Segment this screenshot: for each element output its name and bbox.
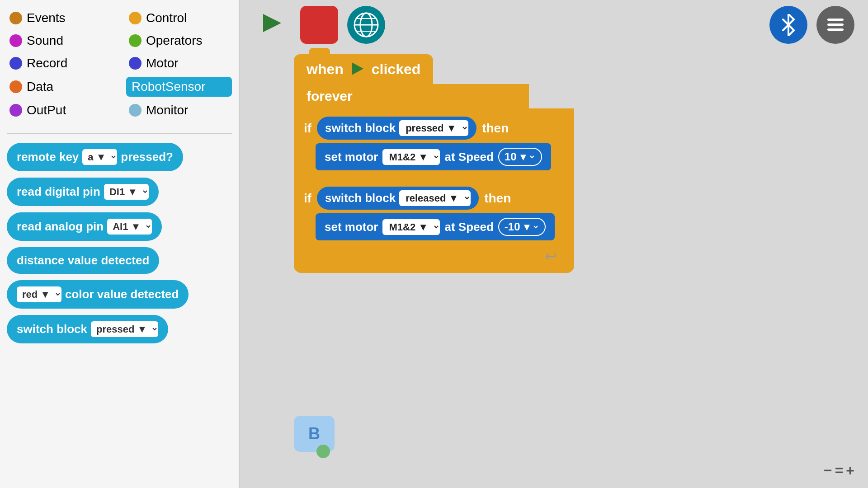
- zoom-out-button[interactable]: −: [824, 462, 832, 479]
- blocks-area: when clicked forever if switch block pre…: [294, 54, 574, 273]
- robotsensor-label: RobotSensor: [132, 80, 205, 94]
- sidebar-item-record[interactable]: Record: [7, 54, 113, 72]
- output-color-dot: [9, 104, 22, 117]
- record-color-dot: [9, 57, 22, 70]
- motor-block-2: set motor M1&2 ▼M1M2 at Speed -10 ▼: [316, 213, 555, 240]
- sidebar-item-control[interactable]: Control: [126, 9, 232, 27]
- if2-select[interactable]: released ▼pressed: [399, 190, 471, 206]
- zoom-in-button[interactable]: +: [846, 462, 854, 479]
- globe-icon: [353, 11, 380, 38]
- motor1-select[interactable]: M1&2 ▼M1M2: [382, 149, 440, 165]
- read-digital-block[interactable]: read digital pin DI1 ▼DI2DI3: [7, 178, 159, 206]
- if1-select[interactable]: pressed ▼released: [399, 120, 468, 136]
- sound-color-dot: [9, 34, 22, 47]
- read-digital-select[interactable]: DI1 ▼DI2DI3: [104, 184, 149, 200]
- operators-label: Operators: [146, 33, 203, 48]
- motor-label: Motor: [146, 56, 179, 70]
- if-block-2: if switch block released ▼pressed then: [302, 183, 566, 213]
- block-list: remote key a ▼bc pressed? read digital p…: [7, 143, 232, 343]
- green-flag-button[interactable]: [253, 6, 291, 44]
- if1-label: if: [304, 121, 311, 136]
- speed1-val: 10: [505, 150, 517, 163]
- menu-button[interactable]: [816, 6, 854, 44]
- data-color-dot: [9, 80, 22, 93]
- sidebar-item-operators[interactable]: Operators: [126, 32, 232, 50]
- record-label: Record: [27, 56, 67, 70]
- sound-label: Sound: [27, 33, 63, 48]
- if2-then-label: then: [484, 191, 511, 206]
- globe-button[interactable]: [347, 6, 385, 44]
- switch-block-block[interactable]: switch block pressed ▼released: [7, 315, 168, 343]
- divider: [7, 133, 232, 134]
- sidebar-item-events[interactable]: Events: [7, 9, 113, 27]
- red-stop-button[interactable]: [300, 6, 338, 44]
- speed2-badge: -10 ▼: [498, 218, 546, 236]
- svg-marker-0: [263, 14, 281, 32]
- stop-icon: [306, 11, 333, 38]
- zoom-controls: − = +: [824, 462, 854, 479]
- motor-block-2-wrap: set motor M1&2 ▼M1M2 at Speed -10 ▼: [316, 213, 566, 240]
- svg-marker-2: [308, 14, 330, 36]
- sidebar: Events Control Sound Operators Record Mo…: [0, 0, 240, 488]
- category-grid: Events Control Sound Operators Record Mo…: [7, 9, 232, 119]
- return-arrow-icon: ↩: [545, 248, 557, 265]
- motor-block-1-wrap: set motor M1&2 ▼M1M2 at Speed 10 ▼: [316, 143, 566, 170]
- read-analog-block[interactable]: read analog pin AI1 ▼AI2AI3: [7, 212, 162, 241]
- svg-marker-11: [352, 62, 363, 75]
- remote-key-block[interactable]: remote key a ▼bc pressed?: [7, 143, 183, 171]
- remote-key-before: remote key: [17, 150, 79, 164]
- canvas: when clicked forever if switch block pre…: [240, 0, 868, 488]
- robot-wheel: [316, 445, 330, 458]
- color-select[interactable]: red ▼greenblue: [17, 286, 61, 302]
- when-label: when: [307, 61, 344, 78]
- operators-color-dot: [129, 34, 142, 47]
- sidebar-item-output[interactable]: OutPut: [7, 101, 113, 119]
- svg-rect-10: [827, 28, 844, 31]
- events-label: Events: [27, 11, 66, 25]
- monitor-label: Monitor: [146, 103, 188, 117]
- bump-top: [309, 48, 330, 55]
- remote-key-after: pressed?: [121, 150, 173, 164]
- remote-key-select[interactable]: a ▼bc: [82, 149, 117, 165]
- switch-block-select[interactable]: pressed ▼released: [91, 321, 158, 337]
- data-label: Data: [27, 80, 53, 94]
- color-detected-block[interactable]: red ▼greenblue color value detected: [7, 280, 189, 309]
- sidebar-item-robotsensor[interactable]: RobotSensor: [126, 77, 232, 97]
- sidebar-item-motor[interactable]: Motor: [126, 54, 232, 72]
- sidebar-item-data[interactable]: Data: [7, 77, 113, 97]
- flag-icon: [258, 10, 287, 39]
- control-label: Control: [146, 11, 187, 25]
- set-motor1-label: set motor: [325, 150, 378, 164]
- if1-condition-text: switch block: [325, 121, 396, 135]
- at-speed1-label: at Speed: [444, 150, 493, 164]
- menu-icon: [825, 16, 846, 34]
- forever-body: if switch block pressed ▼released then s…: [294, 108, 574, 273]
- sidebar-item-monitor[interactable]: Monitor: [126, 101, 232, 119]
- if1-then-label: then: [482, 121, 509, 136]
- motor2-select[interactable]: M1&2 ▼M1M2: [382, 219, 440, 235]
- forever-label: forever: [307, 89, 353, 104]
- read-analog-select[interactable]: AI1 ▼AI2AI3: [107, 219, 152, 235]
- set-motor2-label: set motor: [325, 220, 378, 234]
- speed2-select[interactable]: ▼: [520, 221, 539, 233]
- bluetooth-button[interactable]: [769, 6, 807, 44]
- monitor-color-dot: [129, 104, 142, 117]
- switch-block-before: switch block: [17, 322, 87, 336]
- clicked-label: clicked: [372, 61, 421, 78]
- sidebar-item-sound[interactable]: Sound: [7, 32, 113, 50]
- svg-rect-9: [827, 23, 844, 26]
- robot-icon: B: [294, 416, 335, 452]
- if-block-1: if switch block pressed ▼released then: [302, 113, 566, 143]
- if2-condition-pill: switch block released ▼pressed: [317, 187, 479, 210]
- distance-detected-label: distance value detected: [17, 253, 149, 267]
- motor-color-dot: [129, 57, 142, 70]
- forever-block: forever: [294, 84, 529, 108]
- at-speed2-label: at Speed: [444, 220, 493, 234]
- speed2-val: -10: [505, 221, 520, 233]
- robot-floating-block: B: [294, 416, 335, 452]
- if1-condition-pill: switch block pressed ▼released: [317, 117, 476, 140]
- svg-rect-8: [827, 19, 844, 21]
- distance-detected-block[interactable]: distance value detected: [7, 247, 159, 274]
- speed1-select[interactable]: ▼: [517, 151, 536, 163]
- topbar: [240, 0, 868, 50]
